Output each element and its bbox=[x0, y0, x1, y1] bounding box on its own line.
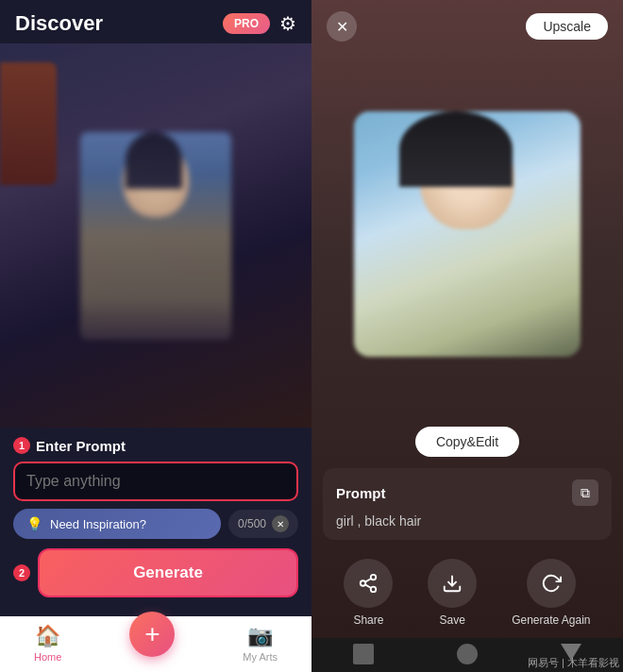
char-count: 0/500 bbox=[238, 517, 266, 530]
copy-prompt-button[interactable]: ⧉ bbox=[572, 479, 598, 506]
svg-point-2 bbox=[371, 587, 377, 593]
bottom-nav: 🏠 Home + 📷 My Arts bbox=[0, 616, 312, 672]
nav-home[interactable]: 🏠 Home bbox=[34, 624, 61, 663]
share-icon bbox=[344, 559, 393, 608]
watermark: 网易号 | 木羊看影视 bbox=[528, 656, 619, 670]
generate-row: 2 Generate bbox=[13, 548, 298, 597]
svg-line-3 bbox=[365, 584, 371, 588]
step2-badge: 2 bbox=[13, 564, 30, 581]
generate-button[interactable]: Generate bbox=[38, 548, 298, 597]
side-art bbox=[0, 62, 57, 185]
prompt-label-text: Enter Prompt bbox=[36, 438, 126, 454]
inspiration-button[interactable]: 💡 Need Inspiration? bbox=[13, 509, 221, 539]
save-icon bbox=[428, 559, 477, 608]
discover-image bbox=[0, 43, 312, 428]
header-right: PRO ⚙ bbox=[223, 12, 296, 35]
generate-again-label: Generate Again bbox=[512, 613, 590, 627]
clear-icon[interactable]: ✕ bbox=[272, 515, 289, 532]
anime-character bbox=[80, 132, 231, 340]
bulb-icon: 💡 bbox=[26, 516, 42, 531]
share-action[interactable]: Share bbox=[344, 559, 393, 627]
prompt-text: girl , black hair bbox=[336, 513, 598, 529]
gear-icon[interactable]: ⚙ bbox=[279, 12, 296, 35]
sys-circle-btn[interactable] bbox=[457, 644, 478, 664]
svg-point-0 bbox=[371, 575, 377, 580]
step1-badge: 1 bbox=[13, 437, 30, 454]
prompt-card-title: Prompt bbox=[336, 485, 386, 501]
prompt-input[interactable] bbox=[26, 473, 285, 490]
right-header: ✕ Upscale bbox=[312, 0, 623, 49]
image-area bbox=[0, 43, 312, 428]
svg-line-4 bbox=[365, 579, 371, 582]
refresh-icon bbox=[527, 559, 576, 608]
prompt-input-wrapper[interactable] bbox=[13, 462, 298, 501]
save-action[interactable]: Save bbox=[428, 559, 477, 627]
prompt-card: Prompt ⧉ girl , black hair bbox=[323, 468, 612, 540]
sys-square-btn[interactable] bbox=[353, 644, 374, 664]
fab-add-button[interactable]: + bbox=[129, 612, 175, 657]
generate-again-action[interactable]: Generate Again bbox=[512, 559, 590, 627]
inspiration-row: 💡 Need Inspiration? 0/500 ✕ bbox=[13, 509, 298, 539]
bottom-section: 1 Enter Prompt 💡 Need Inspiration? 0/500… bbox=[0, 428, 312, 616]
home-label: Home bbox=[34, 651, 61, 663]
home-icon: 🏠 bbox=[35, 624, 60, 648]
enter-prompt-label: 1 Enter Prompt bbox=[13, 437, 298, 454]
copy-edit-button[interactable]: Copy&Edit bbox=[415, 427, 519, 457]
generated-image bbox=[354, 111, 581, 357]
right-image-area bbox=[312, 49, 623, 419]
right-bottom-nav: 网易号 | 木羊看影视 bbox=[312, 638, 623, 672]
share-label: Share bbox=[353, 613, 383, 627]
app-title: Discover bbox=[15, 11, 103, 36]
pro-badge[interactable]: PRO bbox=[223, 13, 270, 34]
right-panel: ✕ Upscale Copy&Edit Prompt ⧉ girl , blac… bbox=[312, 0, 623, 672]
left-panel: Discover PRO ⚙ 1 Enter Prompt 💡 Need Ins… bbox=[0, 0, 312, 672]
svg-point-1 bbox=[361, 580, 366, 586]
close-button[interactable]: ✕ bbox=[327, 11, 357, 42]
inspiration-label: Need Inspiration? bbox=[50, 517, 146, 531]
arts-label: My Arts bbox=[243, 651, 278, 663]
save-label: Save bbox=[440, 613, 465, 627]
action-row: Share Save Generate Again bbox=[312, 551, 623, 638]
left-header: Discover PRO ⚙ bbox=[0, 0, 312, 43]
upscale-button[interactable]: Upscale bbox=[526, 13, 608, 40]
nav-arts[interactable]: 📷 My Arts bbox=[243, 624, 278, 663]
char-count-wrapper: 0/500 ✕ bbox=[228, 510, 298, 538]
prompt-card-header: Prompt ⧉ bbox=[336, 479, 598, 506]
arts-icon: 📷 bbox=[247, 624, 273, 648]
